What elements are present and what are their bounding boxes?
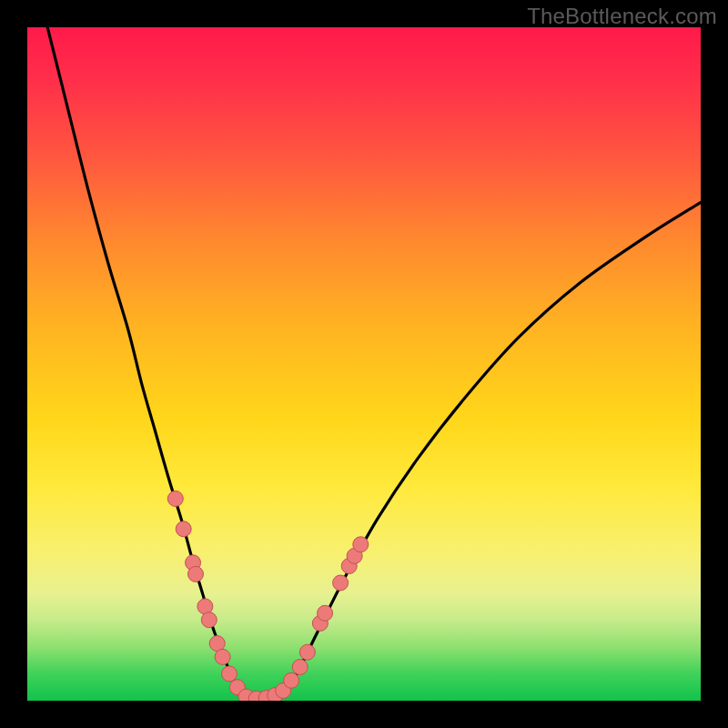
data-marker	[299, 644, 315, 660]
data-marker	[333, 575, 349, 591]
data-marker	[318, 605, 333, 621]
data-marker	[187, 566, 203, 581]
data-marker	[201, 612, 217, 628]
data-marker	[292, 659, 308, 674]
data-marker	[221, 666, 237, 682]
watermark-label: TheBottleneck.com	[527, 4, 717, 29]
bottleneck-curve	[47, 27, 701, 700]
chart-stage: TheBottleneck.com	[0, 0, 728, 728]
marker-layer	[167, 490, 369, 701]
data-marker	[284, 672, 299, 688]
data-marker	[215, 649, 230, 664]
data-marker	[353, 537, 369, 552]
chart-overlay	[27, 27, 701, 701]
data-marker	[176, 521, 191, 537]
data-marker	[167, 490, 183, 506]
plot-area	[27, 27, 701, 701]
